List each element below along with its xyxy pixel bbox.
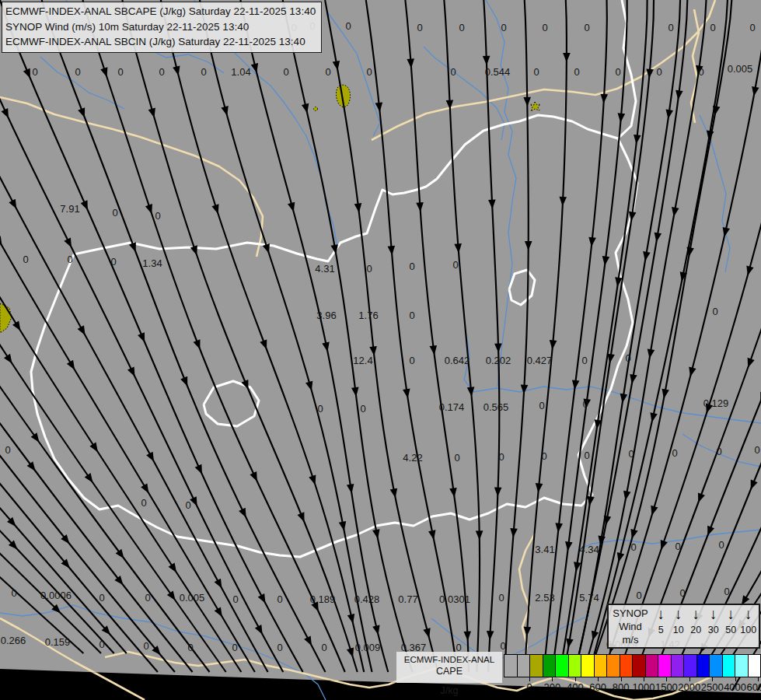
streamline [0,0,303,672]
cape-color-cell [672,655,685,677]
streamline-arrowhead [747,480,757,492]
map-value: 0 [584,450,589,461]
wind-speed-entry: ↓10 [670,605,688,647]
map-value: 1.04 [231,66,250,78]
cape-color-cell [697,655,710,677]
streamline-arrowhead [260,339,270,351]
streamline-arrowhead [167,591,179,603]
map-value: 0 [67,254,72,265]
streamline-arrowhead [523,97,531,107]
map-value: 0.189 [310,593,336,605]
map-value: 0 [366,66,372,78]
streamline-arrowhead [297,512,307,523]
map-value: 0.0006 [40,590,72,601]
streamline-arrowhead [520,385,528,395]
map-value: 0 [185,499,190,511]
map-value: 0 [283,66,288,78]
streamline-arrowhead [4,354,16,366]
streamline-arrowhead [78,325,89,337]
map-value: 0 [32,66,37,78]
streamline-arrowhead [215,579,225,590]
highlighted-border-line [204,381,259,426]
highlighted-border-line [509,270,535,305]
map-value: 0 [99,639,104,650]
wind-speed-entry: ↓30 [705,605,723,647]
wind-legend-title: SYNOP [609,607,652,620]
streamline-arrowhead [239,508,250,520]
map-value: 0 [712,306,717,317]
streamline-arrowhead [169,562,180,574]
map-value: 0 [117,66,123,78]
cape-color-cell [735,655,749,677]
cape-patch [530,102,540,111]
map-value: 0.202 [486,355,511,366]
map-value: 0 [630,541,636,553]
cape-color-cell [710,655,723,677]
streamline-arrowhead [488,200,496,209]
cape-legend-label: ECMWF-INDEX-ANAL CAPE [396,652,502,683]
map-value: 0 [668,22,673,33]
streamline-arrowhead [195,464,206,476]
map-value: 0 [317,403,323,415]
wind-speed-entry: ↓20 [687,605,705,647]
map-value: 0 [112,207,117,219]
map-value: 0 [99,592,104,604]
map-value: 0.544 [485,66,511,78]
map-value: 0 [679,587,685,599]
map-value: 1.76 [358,310,378,321]
map-value: 0.129 [703,397,729,409]
map-value: 0.77 [398,593,417,605]
river-line [40,57,124,109]
streamline-arrowhead [194,339,204,351]
map-value: 0 [628,448,634,460]
map-value: 0 [232,593,238,605]
map-value: 0 [450,66,456,78]
streamline-arrowhead [372,625,382,636]
title-legend: ECMWF-INDEX-ANAL SBCAPE (J/kg) Saturday … [2,2,322,53]
cape-color-cell [723,655,736,677]
cape-tick-label: 400 [567,681,584,693]
streamline [0,0,241,672]
cape-tick-label: 800 [613,681,630,693]
streamline [82,0,344,672]
streamline-arrowhead [416,202,424,212]
streamline-arrowhead [407,58,414,68]
wind-legend-subtitle: Wind [609,620,652,633]
map-value: 0 [141,497,146,509]
map-value: 0 [11,587,16,599]
wind-legend-units: m/s [609,633,652,646]
streamline-arrowhead [588,237,596,247]
map-value: 0 [615,66,620,78]
streamline-arrowhead [695,492,705,504]
streamline [604,0,761,672]
cape-legend-model: ECMWF-INDEX-ANAL [396,655,502,664]
streamline [757,0,761,691]
map-value: 0.427 [527,355,553,366]
title-sbcin: ECMWF-INDEX-ANAL SBCIN (J/kg) Saturday 2… [5,34,316,50]
streamline-arrowhead [67,360,78,372]
wind-speed-label: 20 [687,625,705,635]
cape-color-cell [556,655,569,677]
map-canvas [0,0,761,700]
streamline-arrowhead [483,56,490,65]
map-value: 0 [366,263,372,275]
map-value: 0 [625,352,630,364]
cape-color-cell [569,655,582,677]
streamline-arrowhead [628,529,637,540]
streamline-arrowhead [633,135,641,145]
streamline-arrowhead [250,471,260,483]
streamline-arrowhead [64,237,75,249]
map-value: 0 [498,592,504,604]
streamline-arrowhead [141,483,152,495]
cape-patch [314,107,318,111]
streamline-arrowhead [85,473,96,485]
streamline-arrowhead [430,345,438,355]
map-value: 3.41 [535,544,554,555]
cape-color-cell [749,655,761,677]
streamline-arrowhead [549,340,557,350]
streamline-arrowhead [744,265,753,276]
streamline-arrowhead [564,541,573,551]
river-line [424,47,504,140]
cape-color-cell [518,655,531,677]
streamline [405,0,469,672]
